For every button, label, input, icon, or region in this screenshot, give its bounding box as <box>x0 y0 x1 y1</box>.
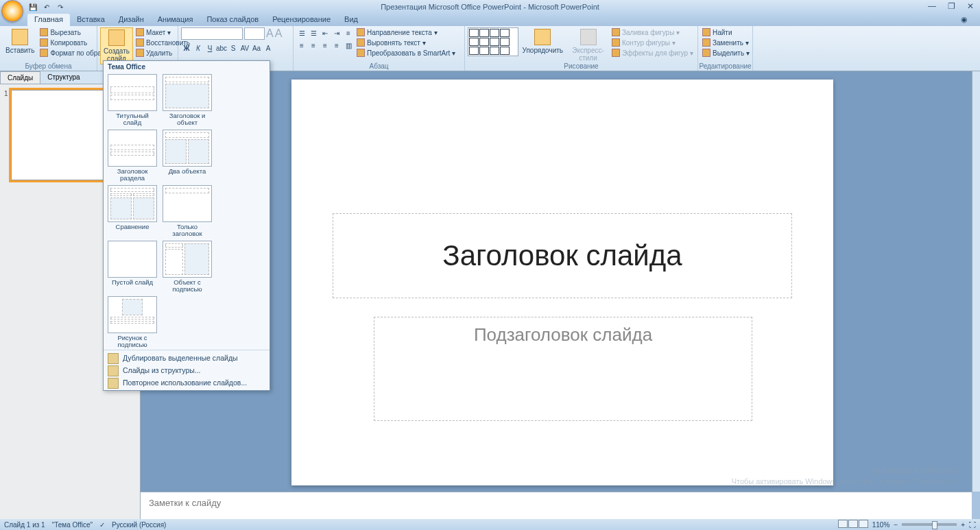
new-slide-button[interactable]: Создать слайд <box>100 27 133 64</box>
shape-effects-button[interactable]: Эффекты для фигур ▾ <box>610 48 695 58</box>
shape-callout-icon[interactable] <box>479 47 489 55</box>
close-button[interactable]: ✕ <box>965 1 976 11</box>
copy-icon <box>40 38 48 47</box>
slide-canvas[interactable]: Заголовок слайда Подзаголовок слайда <box>291 80 833 485</box>
find-label: Найти <box>713 29 732 36</box>
shape-freeform-icon[interactable] <box>469 47 479 55</box>
layout-section-header[interactable]: Заголовок раздела <box>106 130 158 182</box>
layout-two-content[interactable]: Два объекта <box>161 130 213 182</box>
notes-pane[interactable]: Заметки к слайду <box>141 492 972 519</box>
justify-icon[interactable]: ≡ <box>331 40 342 51</box>
layout-title-content[interactable]: Заголовок и объект <box>161 74 213 127</box>
quick-styles-button[interactable]: Экспресс-стили <box>567 27 609 63</box>
tab-home[interactable]: Главная <box>27 14 70 26</box>
vertical-scrollbar[interactable] <box>972 71 980 492</box>
spellcheck-icon[interactable]: ✓ <box>99 521 105 529</box>
shape-connector-icon[interactable] <box>490 38 499 46</box>
outdent-icon[interactable]: ⇤ <box>320 27 331 38</box>
normal-view-icon[interactable] <box>838 520 848 528</box>
text-direction-button[interactable]: Направление текста ▾ <box>355 27 457 37</box>
font-family-combo[interactable] <box>181 27 243 40</box>
zoom-in-icon[interactable]: + <box>961 521 965 529</box>
shape-curve-icon[interactable] <box>500 38 510 46</box>
ribbon-tabs: Главная Вставка Дизайн Анимация Показ сл… <box>0 14 980 26</box>
slideshow-view-icon[interactable] <box>859 520 868 528</box>
shape-roundrect-icon[interactable] <box>500 29 510 37</box>
italic-icon[interactable]: К <box>193 43 204 53</box>
zoom-level[interactable]: 110% <box>872 521 890 529</box>
title-placeholder[interactable]: Заголовок слайда <box>333 213 792 298</box>
shape-fill-button[interactable]: Заливка фигуры ▾ <box>610 27 695 37</box>
shrink-font-icon[interactable]: A <box>275 27 283 40</box>
sorter-view-icon[interactable] <box>848 520 858 528</box>
bold-icon[interactable]: Ж <box>181 43 192 53</box>
align-center-icon[interactable]: ≡ <box>308 40 319 51</box>
slides-from-outline-item[interactable]: Слайды из структуры... <box>104 364 270 376</box>
tab-animation[interactable]: Анимация <box>151 14 200 26</box>
tab-slides[interactable]: Слайды <box>0 71 40 84</box>
strike-icon[interactable]: abc <box>216 43 227 53</box>
zoom-slider[interactable] <box>902 523 957 526</box>
office-button[interactable] <box>1 0 23 22</box>
case-icon[interactable]: Aa <box>251 43 262 53</box>
shape-triangle-icon[interactable] <box>479 38 489 46</box>
align-text-button[interactable]: Выровнять текст ▾ <box>355 38 457 47</box>
gallery-header: Тема Office <box>104 61 270 73</box>
layout-comparison[interactable]: Сравнение <box>106 185 158 238</box>
shape-line-icon[interactable] <box>469 29 479 37</box>
valign-icon <box>357 38 365 47</box>
subtitle-placeholder[interactable]: Подзаголовок слайда <box>374 317 752 421</box>
tab-view[interactable]: Вид <box>337 14 365 26</box>
underline-icon[interactable]: Ч <box>204 43 215 53</box>
select-button[interactable]: Выделить ▾ <box>701 48 751 58</box>
tab-insert[interactable]: Вставка <box>70 14 112 26</box>
tab-review[interactable]: Рецензирование <box>265 14 337 26</box>
fit-window-icon[interactable]: ⛶ <box>969 521 976 529</box>
replace-button[interactable]: Заменить ▾ <box>701 38 751 47</box>
layout-blank[interactable]: Пустой слайд <box>106 241 158 293</box>
find-button[interactable]: Найти <box>701 27 751 37</box>
tab-design[interactable]: Дизайн <box>112 14 151 26</box>
redo-icon[interactable]: ↷ <box>55 1 66 12</box>
help-icon[interactable]: ◉ <box>954 14 975 26</box>
layout-title-slide[interactable]: Титульный слайд <box>106 74 158 127</box>
smart-label: Преобразовать в SmartArt <box>367 49 450 57</box>
minimize-button[interactable]: — <box>927 1 937 11</box>
reuse-slides-item[interactable]: Повторное использование слайдов... <box>104 376 270 389</box>
shapes-gallery[interactable] <box>468 27 518 56</box>
spacing-icon[interactable]: AV <box>239 43 250 53</box>
grow-font-icon[interactable]: A <box>266 27 274 40</box>
shadow-icon[interactable]: S <box>228 43 239 53</box>
quick-access-toolbar: 💾 ↶ ↷ <box>27 1 66 12</box>
linespacing-icon[interactable]: ≡ <box>343 27 354 38</box>
layout-title-only[interactable]: Только заголовок <box>161 185 213 238</box>
numbering-icon[interactable]: ☰ <box>308 27 319 38</box>
bullets-icon[interactable]: ☰ <box>296 27 307 38</box>
tab-slideshow[interactable]: Показ слайдов <box>200 14 265 26</box>
align-right-icon[interactable]: ≡ <box>320 40 331 51</box>
layout-content-caption[interactable]: Объект с подписью <box>161 241 213 293</box>
layout-label: Рисунок с подписью <box>106 335 158 349</box>
indent-icon[interactable]: ⇥ <box>331 27 342 38</box>
shape-arrow-icon[interactable] <box>479 29 489 37</box>
maximize-button[interactable]: ❐ <box>946 1 957 11</box>
shape-star-icon[interactable] <box>490 47 499 55</box>
columns-icon[interactable]: ▥ <box>343 40 354 51</box>
arrange-button[interactable]: Упорядочить <box>520 27 566 56</box>
shape-more-icon[interactable] <box>500 47 510 55</box>
undo-icon[interactable]: ↶ <box>41 1 52 12</box>
language-status[interactable]: Русский (Россия) <box>112 521 166 529</box>
shape-rect-icon[interactable] <box>490 29 499 37</box>
paste-button[interactable]: Вставить <box>3 27 37 56</box>
shape-outline-button[interactable]: Контур фигуры ▾ <box>610 38 695 47</box>
shape-ellipse-icon[interactable] <box>469 38 479 46</box>
duplicate-slides-item[interactable]: Дублировать выделенные слайды <box>104 352 270 364</box>
font-size-combo[interactable] <box>244 27 265 40</box>
smartart-button[interactable]: Преобразовать в SmartArt ▾ <box>355 48 457 58</box>
save-icon[interactable]: 💾 <box>27 1 38 12</box>
layout-picture-caption[interactable]: Рисунок с подписью <box>106 296 158 349</box>
align-left-icon[interactable]: ≡ <box>296 40 307 51</box>
font-color-icon[interactable]: A <box>263 43 274 53</box>
zoom-out-icon[interactable]: − <box>894 521 898 529</box>
tab-outline[interactable]: Структура <box>40 71 86 84</box>
